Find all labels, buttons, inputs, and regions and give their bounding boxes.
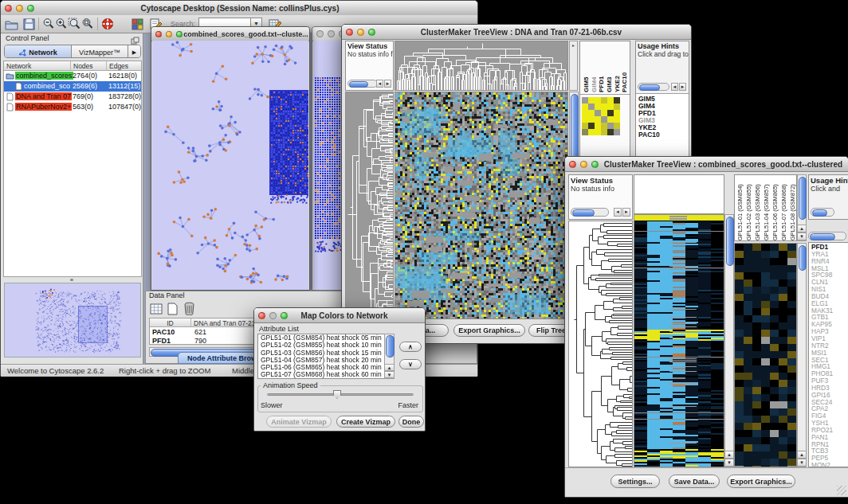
overview-canvas[interactable] — [5, 283, 140, 357]
move-up-button[interactable]: ∧ — [399, 342, 422, 352]
minimize-button[interactable] — [269, 312, 277, 319]
gene-label[interactable]: MON2 — [811, 462, 848, 467]
zoom-button[interactable] — [368, 29, 375, 36]
resize-grip[interactable] — [837, 486, 846, 495]
heatmap-canvas[interactable] — [395, 92, 567, 318]
heatmap-zoom[interactable] — [734, 243, 797, 467]
tab-network[interactable]: Network — [5, 45, 72, 58]
scrollbar-thumb[interactable] — [571, 94, 579, 162]
settings-button[interactable]: Settings... — [610, 475, 660, 488]
heatmap-zoom-canvas[interactable] — [735, 244, 796, 467]
close-button[interactable] — [346, 29, 353, 36]
network-name[interactable]: combined_scores — [15, 72, 73, 80]
heatmap-canvas[interactable] — [634, 215, 724, 467]
hscrollbar[interactable] — [571, 208, 609, 217]
column-label[interactable]: PFD1 — [598, 43, 606, 92]
close-button[interactable] — [316, 30, 324, 37]
treeview1-titlebar[interactable]: ClusterMaker TreeView : DNA and Tran 07-… — [342, 25, 691, 40]
col-edges[interactable]: Edges — [107, 61, 141, 71]
table-row[interactable]: PAC10 — [152, 328, 175, 336]
network-row-selected[interactable]: combined_sco 2569(6) 13112(15) — [4, 81, 141, 92]
scrollbar-thumb[interactable] — [572, 209, 595, 217]
column-label[interactable]: GPL51-03 (GSM856) — [753, 176, 762, 240]
scroll-down-icon[interactable]: ▼ — [798, 459, 806, 467]
labels-vscrollbar[interactable]: ▲ ▼ — [797, 174, 807, 241]
move-down-button[interactable]: ∨ — [399, 359, 422, 369]
zoom-button[interactable] — [27, 5, 34, 12]
network-overview[interactable] — [4, 283, 141, 357]
close-button[interactable] — [569, 161, 576, 168]
scrollbar-thumb[interactable] — [639, 84, 660, 91]
cytoscape-titlebar[interactable]: Cytoscape Desktop (Session Name: collins… — [1, 1, 477, 16]
network-name[interactable]: DNA and Tran 07 — [15, 92, 72, 100]
col-nodes[interactable]: Nodes — [71, 61, 107, 71]
selection-heatmap-canvas[interactable] — [582, 97, 620, 135]
tab-vizmapper[interactable]: VizMapper™ — [72, 45, 128, 58]
column-dendrogram-canvas[interactable] — [395, 41, 567, 90]
gene-label[interactable]: PAC10 — [638, 131, 689, 139]
zoom-vscrollbar[interactable]: ▲ ▼ — [797, 243, 807, 467]
scroll-right-icon[interactable]: ► — [679, 83, 686, 91]
scroll-up-icon[interactable]: ▲ — [798, 225, 806, 232]
scroll-up-icon[interactable]: ▲ — [725, 451, 733, 459]
heatmap-main[interactable] — [395, 92, 568, 319]
attribute-table-icon[interactable] — [150, 303, 163, 315]
zoom-fit-icon[interactable] — [81, 18, 94, 30]
vizmapper-icon[interactable] — [132, 18, 143, 30]
zoom-button[interactable] — [591, 161, 599, 168]
scroll-up-icon[interactable]: ▲ — [385, 364, 394, 371]
minimize-button[interactable] — [166, 31, 172, 37]
column-label[interactable]: GIM5 — [583, 43, 591, 92]
hscrollbar[interactable] — [638, 83, 669, 91]
close-button[interactable] — [258, 312, 265, 319]
row-dendrogram[interactable] — [345, 92, 394, 319]
network-row[interactable]: combined_scores 2764(0) 16218(0) — [4, 71, 141, 81]
export-graphics-button[interactable]: Export Graphics... — [727, 475, 795, 488]
row-dendrogram[interactable] — [568, 221, 633, 467]
zoom-selected-icon[interactable] — [68, 18, 81, 30]
open-session-icon[interactable] — [5, 18, 18, 30]
column-label[interactable]: GPL51-08 (GSM872) — [788, 176, 797, 240]
scroll-right-icon[interactable]: ► — [622, 208, 630, 217]
dialog-titlebar[interactable]: Map Colors to Network — [254, 308, 425, 323]
zoom-out-icon[interactable] — [42, 18, 55, 30]
scrollbar-thumb[interactable] — [799, 177, 807, 220]
scroll-down-icon[interactable]: ▼ — [385, 371, 394, 378]
table-row[interactable]: PFD1 — [152, 337, 171, 345]
close-button[interactable] — [155, 31, 162, 37]
create-vizmap-button[interactable]: Create Vizmap — [336, 416, 395, 428]
column-label[interactable]: GIM3 — [606, 43, 614, 92]
zoom-button[interactable] — [176, 31, 183, 37]
tabs-overflow-arrow[interactable]: ▶ — [128, 45, 140, 58]
network-row[interactable]: DNA and Tran 07 769(0) 183728(0) — [4, 92, 141, 102]
export-graphics-button[interactable]: Export Graphics... — [453, 324, 525, 337]
network1-titlebar[interactable]: combined_scores_good.txt--cluste... — [151, 27, 309, 41]
save-session-icon[interactable] — [23, 18, 35, 30]
splitter-handle[interactable] — [70, 279, 73, 281]
column-label[interactable]: PAC10 — [621, 43, 629, 92]
heatmap-vscrollbar[interactable]: ▲ ▼ — [724, 214, 734, 467]
column-label[interactable]: GPL51-02 (GSM855) — [744, 176, 753, 240]
scroll-down-icon[interactable]: ▼ — [798, 232, 806, 240]
hscrollbar[interactable] — [347, 80, 378, 88]
scrollbar-thumb[interactable] — [799, 245, 807, 271]
network1-canvas[interactable] — [152, 41, 308, 290]
scroll-right-icon[interactable]: ► — [384, 80, 391, 88]
scroll-left-icon[interactable]: ◄ — [671, 83, 678, 91]
new-attribute-icon[interactable] — [167, 303, 179, 315]
scrollbar-thumb[interactable] — [349, 81, 368, 88]
network-name[interactable]: combined_sco — [24, 82, 70, 90]
save-data-button[interactable]: Save Data... — [669, 475, 720, 488]
network-row[interactable]: RNAPuberNov2+ 563(0) 107847(0) — [4, 102, 141, 112]
column-label[interactable]: GPL51-07 (GSM868) — [779, 176, 788, 240]
network1-view[interactable] — [152, 41, 308, 290]
column-label[interactable]: GPL51-01 (GSM854) — [736, 176, 744, 240]
col-id[interactable]: ID — [150, 318, 191, 327]
col-network[interactable]: Network — [4, 61, 71, 71]
column-dendrogram[interactable] — [395, 41, 568, 91]
zoom-button[interactable] — [281, 312, 288, 319]
genelist-hscrollbar[interactable] — [808, 232, 846, 240]
column-label[interactable]: GPL51-04 (GSM857) — [762, 176, 771, 240]
scrollbar-thumb[interactable] — [810, 233, 835, 240]
list-vscrollbar[interactable]: ▲ ▼ — [384, 334, 395, 379]
